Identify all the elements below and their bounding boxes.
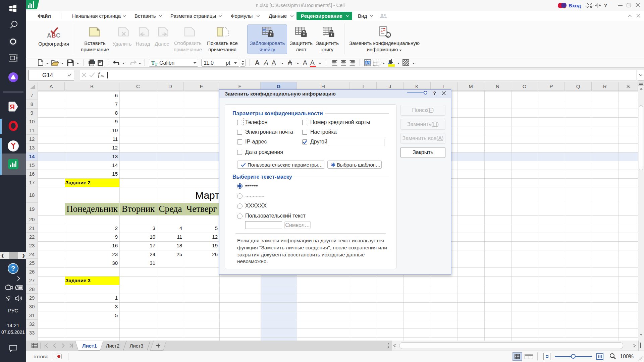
svg-text:T: T [151,60,155,66]
svg-text:Лист1: Лист1 [82,343,97,349]
svg-text:T: T [155,62,157,66]
svg-text:C: C [56,32,60,38]
svg-text:Лист3: Лист3 [130,343,144,349]
svg-text:A: A [47,32,51,38]
svg-text:A: A [366,61,369,65]
svg-text:Я: Я [10,103,15,111]
svg-text:Лист2: Лист2 [106,343,120,349]
